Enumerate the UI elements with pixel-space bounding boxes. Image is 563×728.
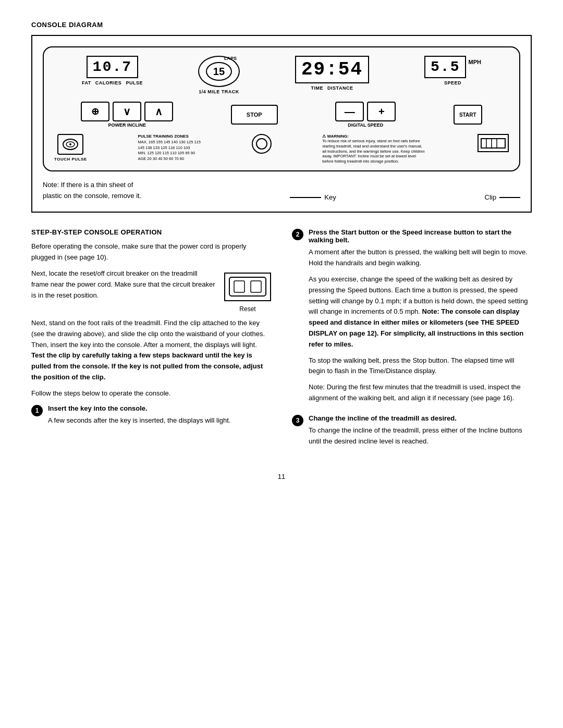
svg-rect-3 [481,139,505,148]
minus-icon: — [345,106,355,118]
reset-illustration-group: Reset [224,268,271,313]
console-diagram-box: 10.7 FAT CALORIES PULSE 15 LAPS [31,35,532,213]
step1-block: 1 Insert the key into the console. A few… [31,404,271,431]
mph-label: MPH [468,59,481,65]
step2-text1: A moment after the button is pressed, th… [309,247,532,269]
touch-pulse-area: TOUCH PULSE [54,134,87,162]
left-column: STEP-BY-STEP CONSOLE OPERATION Before op… [31,228,271,457]
step3-title: Change the incline of the treadmill as d… [309,414,532,422]
page-number: 11 [31,473,532,480]
display-labels-time: TIME DISTANCE [311,85,353,91]
laps-track: 15 LAPS [198,56,240,87]
key-area [252,134,272,154]
reset-row: Next, locate the reset/off circuit break… [31,268,271,313]
pulse-max: MAX. 165 155 145 140 130 125 115 [138,140,201,145]
pulse-zones-block: PULSE TRAINING ZONES MAX. 165 155 145 14… [138,134,201,162]
btn-speed-up[interactable]: + [367,102,396,121]
btn-incline-up[interactable]: ∧ [144,102,173,121]
lcd-calories: 10.7 [87,56,138,78]
chevron-down-icon: ∨ [123,105,131,118]
step2-block: 2 Press the Start button or the Speed in… [292,228,532,409]
step1-number: 1 [31,405,43,416]
warning-text: To reduce risk of serious injury, stand … [322,139,426,164]
clip-line [499,197,520,198]
power-incline-group: ⊕ ∨ ∧ POWER INCLINE [81,102,173,128]
chevron-up-icon: ∧ [155,105,163,118]
laps-value: 15 [206,62,232,81]
pulse-min: MIN. 125 120 115 110 105 95 90 [138,151,201,156]
step2-content: Press the Start button or the Speed incr… [309,228,532,409]
speed-label: SPEED [444,80,461,85]
digital-speed-label: DIGITAL SPEED [348,122,383,128]
section-title-console: CONSOLE DIAGRAM [31,21,532,29]
clip-label-group: Clip [485,193,520,201]
step1-content: Insert the key into the console. A few s… [48,404,271,431]
section2-title: STEP-BY-STEP CONSOLE OPERATION [31,228,271,236]
step3-number: 3 [292,415,303,426]
intro-p4: Follow the steps below to operate the co… [31,388,271,399]
digital-speed-group: — + DIGITAL SPEED [335,102,396,128]
btn-stop[interactable]: STOP [231,105,278,125]
label-distance: DISTANCE [327,85,353,91]
intro-p1: Before operating the console, make sure … [31,241,271,263]
label-fat: FAT [82,80,91,85]
display-unit-time: 29:54 TIME DISTANCE [295,56,369,91]
step2-text2: As you exercise, change the speed of the… [309,274,532,350]
speed-display: 5.5 MPH [424,56,481,78]
warning-block: ⚠ WARNING: To reduce risk of serious inj… [322,134,426,164]
warning-title: ⚠ WARNING: [322,134,426,139]
btn-start[interactable]: START [454,105,482,125]
intro-p3-bold: Test the clip by carefully taking a few … [31,351,263,381]
page: CONSOLE DIAGRAM 10.7 FAT CALORIES PULSE [0,0,563,728]
reset-illustration [224,273,271,301]
step3-block: 3 Change the incline of the treadmill as… [292,414,532,452]
svg-rect-7 [229,277,266,296]
pulse-age: AGE 20 30 40 50 60 70 80 [138,156,201,162]
reset-text: Next, locate the reset/off circuit break… [31,268,216,301]
pulse-zone-row: TOUCH PULSE PULSE TRAINING ZONES MAX. 16… [54,134,509,164]
button-row: ⊕ ∨ ∧ POWER INCLINE STOP — [54,102,509,128]
lcd-speed: 5.5 [424,56,466,78]
btn-speed-down[interactable]: — [335,102,364,121]
clip-box [478,134,509,152]
intro-p2: Next, locate the reset/off circuit break… [31,268,216,301]
key-inner-circle [256,138,267,150]
display-unit-calories: 10.7 FAT CALORIES PULSE [82,56,143,85]
console-diagram-bottom: Note: If there is a thin sheet of plasti… [43,180,520,202]
step1-title: Insert the key into the console. [48,404,271,412]
key-knob [252,134,272,154]
display-unit-speed: 5.5 MPH SPEED [424,56,481,85]
step1-text: A few seconds after the key is inserted,… [48,415,271,426]
right-column: 2 Press the Start button or the Speed in… [292,228,532,457]
btn-incline-down[interactable]: ∨ [113,102,141,121]
pulse-zones-table: MAX. 165 155 145 140 130 125 115 145 138… [138,140,201,162]
power-incline-label: POWER INCLINE [108,122,146,128]
label-time: TIME [311,85,324,91]
step3-content: Change the incline of the treadmill as d… [309,414,532,452]
clip-area [478,134,509,152]
clip-label: Clip [485,193,496,201]
key-label-group: Key [290,193,336,201]
content-columns: STEP-BY-STEP CONSOLE OPERATION Before op… [31,228,532,457]
svg-rect-9 [251,281,261,292]
step3-text: To change the incline of the treadmill, … [309,425,532,447]
step2-title: Press the Start button or the Speed incr… [309,228,532,244]
btn-target[interactable]: ⊕ [81,102,109,121]
touch-pulse-label: TOUCH PULSE [54,157,87,162]
console-panel: 10.7 FAT CALORIES PULSE 15 LAPS [43,46,520,171]
svg-point-2 [69,143,71,145]
label-calories: CALORIES [95,80,122,85]
pulse-mid: 145 138 133 125 118 110 103 [138,145,201,151]
step2-number: 2 [292,229,303,240]
svg-rect-8 [234,281,244,292]
touch-pulse-icon [57,134,83,155]
key-line [290,197,321,198]
laps-label: LAPS [224,56,237,61]
display-labels-calories: FAT CALORIES PULSE [82,80,143,85]
lcd-time: 29:54 [295,56,369,83]
step2-text4: To stop the walking belt, press the Stop… [309,355,532,377]
pulse-zones-title: PULSE TRAINING ZONES [138,134,201,139]
plus-icon: + [378,106,385,118]
key-label: Key [324,193,336,201]
step2-text5: Note: During the first few minutes that … [309,382,532,404]
